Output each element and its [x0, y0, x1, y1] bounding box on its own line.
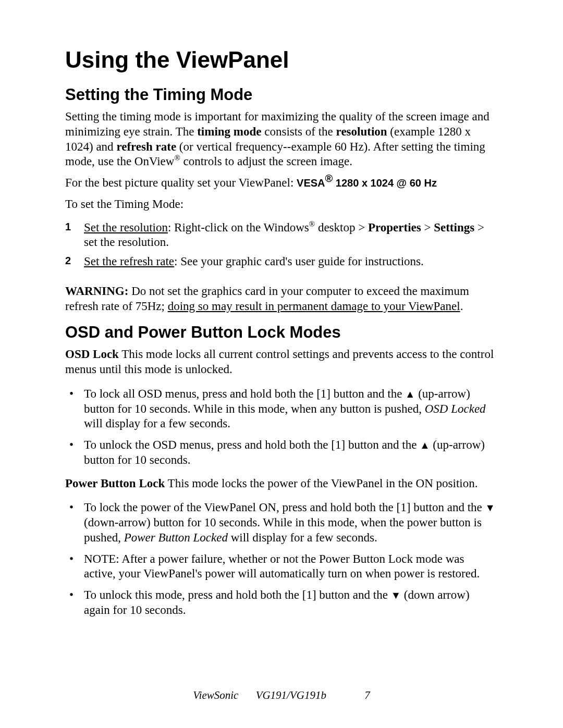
step-set-refresh-rate: 2 Set the refresh rate: See your graphic…: [65, 252, 498, 272]
up-arrow-icon: ▲: [405, 389, 415, 400]
osd-lock-list: To lock all OSD menus, press and hold bo…: [65, 384, 498, 471]
bold-text: Properties: [368, 221, 421, 234]
text: To unlock the OSD menus, press and hold …: [84, 438, 420, 451]
power-button-lock-list: To lock the power of the ViewPanel ON, p…: [65, 497, 498, 621]
text: This mode locks all current control sett…: [65, 348, 494, 376]
list-item: To unlock the OSD menus, press and hold …: [65, 435, 498, 471]
section-heading-timing-mode: Setting the Timing Mode: [65, 85, 498, 104]
vesa-resolution: 1280 x 1024 @ 60 Hz: [333, 177, 437, 189]
bold-text: timing mode: [197, 125, 261, 138]
bold-text: Power Button Lock: [65, 477, 165, 490]
text: NOTE: After a power failure, whether or …: [84, 552, 480, 581]
paragraph-set-timing-lead: To set the Timing Mode:: [65, 197, 498, 212]
registered-mark-icon: ®: [174, 154, 180, 163]
document-page: Using the ViewPanel Setting the Timing M…: [0, 0, 563, 728]
footer-page-number: 7: [364, 689, 370, 701]
timing-mode-steps: 1 Set the resolution: Right-click on the…: [65, 218, 498, 272]
step-title: Set the refresh rate: [84, 255, 174, 268]
registered-mark-icon: ®: [325, 172, 333, 184]
footer-company: ViewSonic: [193, 689, 238, 701]
text: .: [460, 300, 463, 313]
up-arrow-icon: ▲: [420, 440, 430, 451]
page-footer: ViewSonic VG191/VG191b 7: [0, 689, 563, 702]
text: This mode locks the power of the ViewPan…: [165, 477, 478, 490]
paragraph-timing-intro: Setting the timing mode is important for…: [65, 109, 498, 169]
bold-text: resolution: [336, 125, 387, 138]
text: will display for a few seconds.: [228, 531, 377, 544]
text: To lock the power of the ViewPanel ON, p…: [84, 501, 485, 514]
page-title: Using the ViewPanel: [65, 47, 498, 73]
bold-text: Settings: [434, 221, 474, 234]
underlined-text: doing so may result in permanent damage …: [168, 300, 460, 313]
vesa-label: VESA: [297, 177, 325, 189]
bold-text: OSD Lock: [65, 348, 119, 361]
text: : Right-click on the Windows: [168, 221, 309, 234]
warning-label: WARNING:: [65, 285, 128, 298]
bold-text: refresh rate: [116, 140, 176, 153]
down-arrow-icon: ▼: [391, 590, 401, 601]
text: desktop >: [315, 221, 368, 234]
paragraph-warning: WARNING: Do not set the graphics card in…: [65, 284, 498, 314]
text: will display for a few seconds.: [84, 417, 230, 430]
text: To lock all OSD menus, press and hold bo…: [84, 387, 405, 400]
italic-text: OSD Locked: [425, 402, 486, 415]
text: >: [421, 221, 434, 234]
section-heading-lock-modes: OSD and Power Button Lock Modes: [65, 323, 498, 342]
paragraph-vesa-recommendation: For the best picture quality set your Vi…: [65, 176, 498, 191]
text: : See your graphic card's user guide for…: [174, 255, 424, 268]
italic-text: Power Button Locked: [124, 531, 228, 544]
down-arrow-icon: ▼: [485, 502, 495, 513]
list-item: To lock all OSD menus, press and hold bo…: [65, 384, 498, 435]
registered-mark-icon: ®: [309, 220, 315, 228]
step-title: Set the resolution: [84, 221, 168, 234]
list-item: To unlock this mode, press and hold both…: [65, 585, 498, 621]
text: controls to adjust the screen image.: [180, 155, 352, 168]
footer-model: VG191/VG191b: [256, 689, 326, 701]
text: To unlock this mode, press and hold both…: [84, 588, 391, 601]
step-set-resolution: 1 Set the resolution: Right-click on the…: [65, 218, 498, 253]
paragraph-power-button-lock: Power Button Lock This mode locks the po…: [65, 476, 498, 491]
list-item: NOTE: After a power failure, whether or …: [65, 549, 498, 585]
text: consists of the: [261, 125, 336, 138]
paragraph-osd-lock: OSD Lock This mode locks all current con…: [65, 347, 498, 377]
step-number: 1: [65, 220, 71, 233]
list-item: To lock the power of the ViewPanel ON, p…: [65, 497, 498, 548]
step-number: 2: [65, 254, 71, 267]
text: For the best picture quality set your Vi…: [65, 176, 297, 189]
